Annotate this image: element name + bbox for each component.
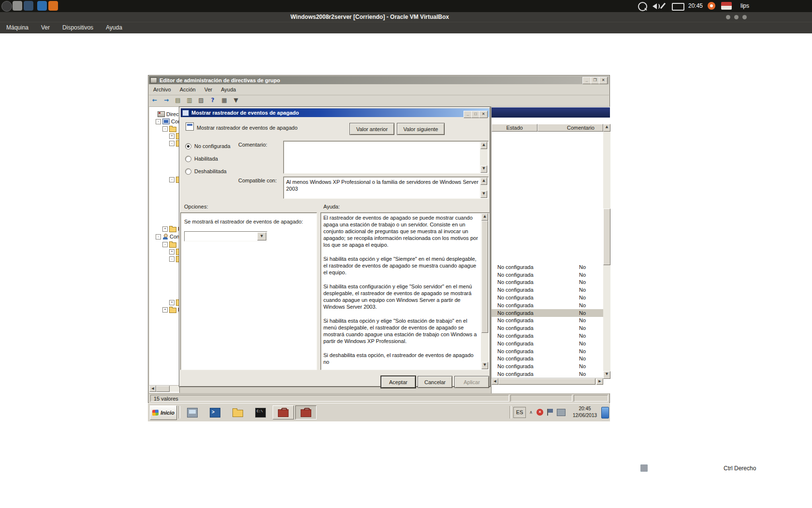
tree-item[interactable]: -: [169, 140, 180, 147]
show-desktop-button[interactable]: [601, 407, 609, 418]
menu-item[interactable]: Archivo: [149, 85, 175, 92]
tray-clock[interactable]: 20:45 12/06/2013: [570, 405, 599, 419]
restore-button[interactable]: ❐: [591, 77, 599, 84]
next-setting-button[interactable]: Valor siguiente: [397, 123, 445, 135]
network-tray-icon[interactable]: [557, 409, 566, 416]
language-flag-icon[interactable]: [721, 2, 732, 10]
back-icon[interactable]: ←: [149, 96, 160, 105]
column-header-comentario[interactable]: Comentario: [537, 124, 603, 132]
tree-expander[interactable]: +: [169, 134, 174, 139]
tree-expander[interactable]: -: [169, 256, 174, 262]
list-vertical-scrollbar[interactable]: ▲ ▼: [603, 124, 610, 379]
radio-option[interactable]: Deshabilitada: [185, 167, 227, 175]
table-row[interactable]: No configurada No: [492, 263, 603, 271]
dialog-title-bar[interactable]: Mostrar rastreador de eventos de apagado…: [181, 108, 489, 117]
table-row[interactable]: No configurada No: [492, 362, 603, 370]
ok-button[interactable]: Aceptar: [381, 376, 416, 388]
menu-item[interactable]: Ayuda: [100, 22, 129, 33]
chevron-down-icon[interactable]: ▼: [257, 232, 266, 240]
minimize-button[interactable]: _: [582, 77, 591, 84]
host-app-icon[interactable]: [24, 1, 33, 11]
hidden-icons-icon[interactable]: ∧: [528, 409, 534, 416]
help-icon[interactable]: ?: [207, 96, 218, 105]
tree-expander[interactable]: -: [162, 242, 168, 247]
tree-expander[interactable]: -: [169, 141, 174, 146]
table-row[interactable]: No configurada No: [492, 332, 603, 340]
menu-item[interactable]: Ver: [35, 22, 56, 33]
tree-expander[interactable]: +: [162, 226, 168, 232]
menu-item[interactable]: Dispositivos: [56, 22, 100, 33]
table-row[interactable]: No configurada No: [492, 301, 603, 309]
window-minimize-button[interactable]: [726, 15, 730, 19]
tree-horizontal-scrollbar[interactable]: ◀: [149, 385, 179, 392]
scrollbar-thumb[interactable]: [603, 209, 610, 265]
forward-icon[interactable]: →: [161, 96, 172, 105]
tray-alert-icon[interactable]: ✕: [536, 409, 543, 416]
taskbar-app-button[interactable]: [295, 405, 317, 419]
previous-setting-button[interactable]: Valor anterior: [349, 123, 394, 135]
close-button[interactable]: ✕: [599, 77, 608, 84]
field-scrollbar[interactable]: ▲ ▼: [480, 178, 488, 198]
scrollbar-thumb[interactable]: [156, 386, 170, 392]
tree-item[interactable]: +: [169, 248, 180, 255]
language-indicator[interactable]: ES: [513, 407, 526, 418]
table-row[interactable]: No configurada No: [492, 340, 603, 347]
menu-item[interactable]: Máquina: [0, 22, 35, 33]
table-row[interactable]: No configurada No: [492, 294, 603, 301]
tree-item[interactable]: -: [162, 125, 178, 132]
pencil-icon[interactable]: [660, 3, 666, 9]
radio-circle[interactable]: [185, 143, 191, 149]
notification-badge-icon[interactable]: [708, 2, 715, 10]
taskbar-app-button[interactable]: [204, 405, 226, 419]
host-app-icon[interactable]: [48, 1, 58, 11]
table-row[interactable]: No configurada No: [492, 279, 603, 286]
host-clock[interactable]: 20:45: [688, 2, 703, 9]
taskbar-app-button[interactable]: [227, 405, 248, 419]
scrollbar-thumb[interactable]: [498, 378, 595, 385]
tracker-mode-combobox[interactable]: ▼: [184, 231, 267, 241]
comment-input[interactable]: ▲ ▼: [283, 141, 489, 174]
tree-expander[interactable]: -: [156, 119, 161, 124]
tree-item[interactable]: + P: [162, 306, 180, 313]
start-button[interactable]: Inicio: [150, 405, 177, 420]
scroll-down-icon[interactable]: ▼: [480, 165, 487, 173]
action-center-flag-icon[interactable]: [547, 409, 553, 416]
tree-expander[interactable]: +: [169, 249, 174, 254]
tree-item[interactable]: + P: [162, 225, 180, 232]
table-row[interactable]: No configurada No: [492, 370, 603, 378]
table-row[interactable]: No configurada No: [492, 324, 603, 332]
keyboard-icon[interactable]: [672, 3, 684, 11]
host-app-icon[interactable]: [13, 1, 22, 11]
apply-button[interactable]: Aplicar: [454, 376, 489, 388]
radio-circle[interactable]: [185, 168, 191, 175]
table-row[interactable]: No configurada No: [492, 347, 603, 355]
tree-expander[interactable]: +: [169, 300, 174, 305]
tree-expander[interactable]: -: [169, 177, 174, 182]
scroll-up-icon[interactable]: ▲: [480, 142, 487, 149]
session-user-label[interactable]: lips: [740, 2, 749, 9]
tree-expander[interactable]: -: [156, 234, 161, 239]
scrollbar-thumb[interactable]: [481, 221, 488, 333]
tree-expander[interactable]: +: [162, 307, 168, 313]
scroll-left-icon[interactable]: ◀: [149, 386, 156, 392]
radio-option[interactable]: Habilitada: [185, 155, 218, 163]
export-list-icon[interactable]: ▥: [184, 96, 195, 105]
tree-item[interactable]: -: [169, 255, 180, 262]
editor-title-bar[interactable]: Editor de administración de directivas d…: [149, 76, 609, 84]
host-app-icon[interactable]: [37, 1, 47, 11]
cancel-button[interactable]: Cancelar: [418, 376, 452, 388]
table-row[interactable]: No configurada No: [492, 355, 603, 363]
host-app-icon[interactable]: [1, 1, 12, 12]
window-close-button[interactable]: [742, 15, 747, 19]
scroll-up-icon[interactable]: ▲: [603, 124, 610, 132]
menu-item[interactable]: Ver: [200, 85, 217, 92]
scroll-right-icon[interactable]: ▶: [596, 378, 603, 385]
tree-item[interactable]: +: [169, 299, 180, 306]
scroll-up-icon[interactable]: ▲: [481, 213, 488, 221]
list-horizontal-scrollbar[interactable]: ◀ ▶: [492, 378, 603, 385]
menu-item[interactable]: Ayuda: [217, 85, 240, 92]
supported-on-box[interactable]: Al menos Windows XP Professional o la fa…: [283, 177, 489, 199]
tree-item[interactable]: +: [169, 133, 180, 139]
close-button[interactable]: ✕: [479, 111, 488, 118]
tree-item[interactable]: -: [162, 241, 178, 248]
